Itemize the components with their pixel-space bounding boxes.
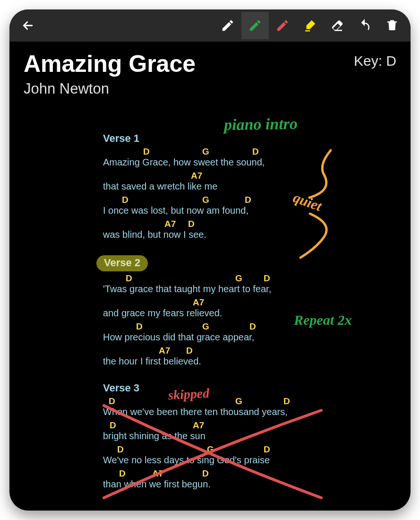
chord: G (202, 147, 209, 157)
lyric-text: When we've been there ten thousand years… (103, 407, 396, 417)
pen-green-button[interactable] (241, 12, 269, 39)
pen-red-button[interactable] (269, 12, 296, 39)
lyric-line: DGDWe've no less days to sing God's prai… (103, 444, 396, 466)
pen-white-button[interactable] (214, 12, 241, 39)
chord: D (249, 321, 256, 332)
chord: D (143, 147, 150, 157)
lyric-text: than when we first begun. (103, 479, 396, 490)
back-button[interactable] (14, 12, 42, 39)
chord: A7 (191, 171, 202, 181)
lyric-text: I once was lost, but now am found, (103, 205, 396, 216)
lyric-text: the hour I first believed. (103, 356, 396, 367)
chord-row: A7 (103, 171, 396, 181)
chord-row: DGD (103, 195, 396, 205)
chord: D (283, 396, 290, 407)
undo-button[interactable] (351, 12, 378, 39)
section-heading: Verse 2 (96, 255, 148, 271)
lyric-text: How precious did that grace appear, (103, 332, 396, 343)
lyric-text: bright shining as the sun (103, 431, 396, 442)
chord-row: A7D (103, 346, 396, 356)
lyric-text: We've no less days to sing God's praise (103, 455, 396, 466)
chord: D (126, 273, 132, 284)
chord: D (186, 346, 193, 356)
chord: A7 (193, 420, 204, 431)
back-arrow-icon (21, 18, 35, 33)
song-key: Key: D (354, 52, 396, 69)
chord-row: DGD (103, 396, 396, 407)
chord: D (136, 321, 143, 332)
chord: G (202, 321, 209, 332)
lyric-line: DA7Dthan when we first begun. (103, 468, 396, 490)
section-heading: Verse 1 (103, 132, 139, 145)
chord-row: DGD (103, 321, 396, 332)
lyric-line: DGDI once was lost, but now am found, (103, 195, 396, 216)
chord-row: DGD (103, 273, 396, 284)
chord-row: DA7D (103, 468, 396, 479)
chord-row: DGD (103, 444, 396, 455)
undo-icon (358, 18, 372, 33)
chord: D (252, 147, 259, 157)
pencil-icon (248, 18, 262, 33)
song-header: Amazing Grace John Newton Key: D (24, 52, 396, 97)
chord: D (117, 444, 124, 455)
lyric-line: DGDWhen we've been there ten thousand ye… (103, 396, 396, 417)
chord: A7 (152, 468, 163, 479)
lyric-line: A7and grace my fears relieved. (103, 297, 396, 319)
lyric-line: DA7bright shining as the sun (103, 420, 396, 442)
chord: G (207, 444, 214, 455)
chord: D (202, 468, 209, 479)
chord: A7 (193, 297, 204, 308)
chord-row: DA7 (103, 420, 396, 431)
trash-icon (385, 18, 399, 33)
chord: D (264, 444, 270, 455)
chord: A7 (159, 346, 170, 356)
chord: G (235, 273, 242, 284)
chord: D (110, 420, 116, 431)
song-content[interactable]: Amazing Grace John Newton Key: D Verse 1… (9, 42, 411, 511)
section-heading: Verse 3 (103, 382, 139, 394)
lyric-line: A7that saved a wretch like me (103, 171, 396, 192)
annotation-toolbar (9, 9, 411, 42)
lyric-text: that saved a wretch like me (103, 181, 396, 192)
song-title: Amazing Grace (24, 52, 196, 76)
pencil-icon (275, 18, 290, 33)
lyric-line: A7Dthe hour I first believed. (103, 346, 396, 367)
delete-button[interactable] (378, 12, 406, 39)
pencil-icon (221, 18, 235, 33)
lyric-line: DGDAmazing Grace, how sweet the sound, (103, 147, 396, 168)
chord: D (264, 273, 270, 284)
eraser-button[interactable] (324, 12, 351, 39)
chord-row: A7D (103, 219, 396, 229)
lyric-text: Amazing Grace, how sweet the sound, (103, 157, 396, 168)
lyric-text: and grace my fears relieved. (103, 308, 396, 319)
chord: G (235, 396, 242, 407)
lyric-line: A7Dwas blind, but now I see. (103, 219, 396, 240)
chord: A7 (164, 219, 176, 229)
chord-row: DGD (103, 147, 396, 157)
lyric-text: was blind, but now I see. (103, 229, 396, 240)
lyric-line: DGDHow precious did that grace appear, (103, 321, 396, 343)
chord: G (202, 195, 209, 205)
lyric-text: 'Twas grace that taught my heart to fear… (103, 284, 396, 295)
lyric-line: DGD'Twas grace that taught my heart to f… (103, 273, 396, 295)
highlighter-icon (303, 18, 317, 33)
chord: D (245, 195, 251, 205)
eraser-icon (330, 18, 344, 33)
song-artist: John Newton (24, 80, 196, 97)
chord: D (119, 468, 126, 479)
app-screen: Amazing Grace John Newton Key: D Verse 1… (9, 9, 411, 511)
chord: D (122, 195, 129, 205)
highlighter-button[interactable] (296, 12, 324, 39)
chord-row: A7 (103, 297, 396, 308)
lyrics-sections: Verse 1DGDAmazing Grace, how sweet the s… (24, 120, 396, 511)
chord: D (188, 219, 195, 229)
chord: D (109, 396, 115, 407)
